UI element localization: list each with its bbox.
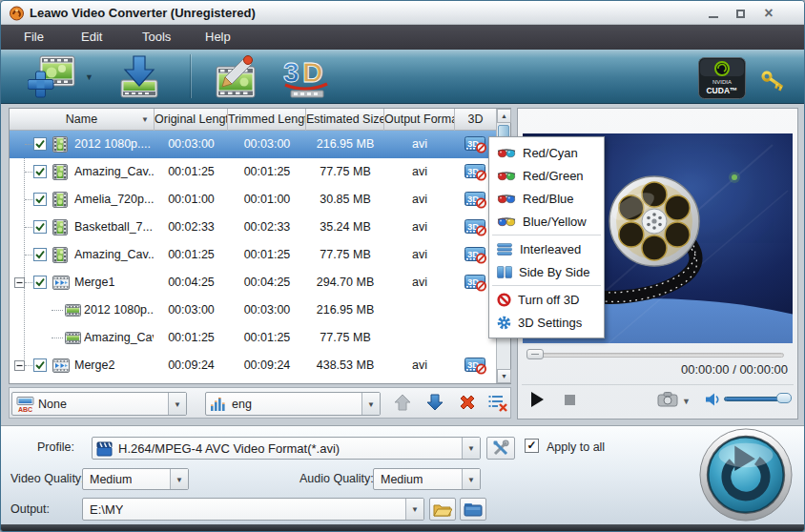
row-checkbox[interactable] <box>33 220 47 234</box>
audio-track-select[interactable]: eng ▼ <box>205 392 381 416</box>
remove-file-button[interactable] <box>456 392 479 415</box>
add-video-button[interactable]: ▼ <box>28 55 77 100</box>
table-row[interactable]: Amelia_720p... 00:01:00 00:01:00 30.85 M… <box>10 186 496 214</box>
subtitle-select-arrow[interactable]: ▼ <box>168 393 186 415</box>
add-video-dropdown-caret[interactable]: ▼ <box>85 72 93 82</box>
table-row[interactable]: Merge1 00:04:25 00:04:25 294.70 MB avi 3… <box>10 269 496 297</box>
download-video-button[interactable] <box>114 55 165 100</box>
playback-time: 00:00:00 / 00:00:00 <box>681 362 788 377</box>
collapse-toggle-icon[interactable] <box>14 360 25 371</box>
row-checkbox[interactable] <box>33 165 47 178</box>
scroll-up-button[interactable]: ▲ <box>497 109 511 123</box>
audio-track-select-arrow[interactable]: ▼ <box>361 393 380 415</box>
column-header-name[interactable]: Name▼ <box>10 109 155 131</box>
menu-tools[interactable]: Tools <box>134 25 178 50</box>
cell-output-format: avi <box>384 269 455 297</box>
profile-select-arrow[interactable]: ▼ <box>462 438 480 459</box>
volume-slider-thumb[interactable] <box>776 393 792 403</box>
seek-slider-thumb[interactable] <box>526 349 544 359</box>
3d-status-icon[interactable]: 3D <box>464 358 487 375</box>
video-quality-select[interactable]: Medium ▼ <box>82 468 189 490</box>
clear-list-button[interactable] <box>486 392 509 415</box>
close-button[interactable]: × <box>756 5 781 21</box>
snapshot-dropdown-caret[interactable]: ▼ <box>682 397 691 406</box>
table-row[interactable]: 2012 1080p.... 00:03:00 00:03:00 216.95 … <box>10 131 496 158</box>
video-quality-label: Video Quality: <box>10 472 85 485</box>
menu-file[interactable]: File <box>16 25 52 50</box>
snapshot-button[interactable] <box>657 391 678 407</box>
file-list-header: Name▼ Original Length Trimmed Length Est… <box>10 109 510 131</box>
collapse-toggle-icon[interactable] <box>14 277 25 288</box>
menu-item-3d-settings[interactable]: 3D Settings <box>489 311 604 334</box>
menu-item-red-green[interactable]: Red/Green <box>489 164 604 187</box>
title-bar: Leawo Video Converter (Unregistered) × <box>1 1 805 25</box>
register-key-button[interactable] <box>761 69 786 97</box>
3d-status-icon[interactable]: 3D <box>464 136 487 153</box>
column-header-3d[interactable]: 3D <box>455 109 496 131</box>
subtitle-select[interactable]: ABC None ▼ <box>11 392 187 416</box>
table-row[interactable]: Amazing_Cav... 00:01:25 00:01:25 77.75 M… <box>10 158 496 186</box>
apply-to-all-checkbox[interactable]: ✓ <box>525 439 539 453</box>
maximize-button[interactable] <box>728 5 753 21</box>
audio-track-select-value: eng <box>232 393 252 415</box>
seek-slider[interactable] <box>526 353 784 358</box>
menu-edit[interactable]: Edit <box>73 25 110 50</box>
3d-mode-button[interactable]: 3 D <box>279 55 335 100</box>
row-checkbox[interactable] <box>33 193 47 206</box>
profile-select[interactable]: H.264/MPEG-4 AVC Video Format(*.avi) ▼ <box>92 437 481 460</box>
profile-edit-button[interactable] <box>486 437 515 460</box>
edit-video-button[interactable] <box>211 55 262 100</box>
volume-icon[interactable] <box>705 392 721 407</box>
3d-status-icon[interactable]: 3D <box>464 219 487 236</box>
menu-item-red-blue[interactable]: Red/Blue <box>489 187 604 210</box>
row-checkbox[interactable] <box>33 358 47 372</box>
menu-item-blue-yellow[interactable]: Blue/Yellow <box>489 210 604 233</box>
row-checkbox[interactable] <box>33 248 47 261</box>
output-path-input[interactable]: E:\MY ▼ <box>82 498 424 521</box>
menu-help[interactable]: Help <box>197 25 238 50</box>
cell-name: Amazing_Cav... <box>10 324 155 352</box>
play-button[interactable] <box>531 392 544 407</box>
row-checkbox[interactable] <box>33 276 47 289</box>
3d-status-icon[interactable]: 3D <box>464 192 487 209</box>
column-header-trimmed-length[interactable]: Trimmed Length <box>228 109 306 131</box>
cell-output-format <box>384 297 455 324</box>
profile-format-icon <box>96 441 113 457</box>
column-header-output-format[interactable]: Output Format <box>384 109 455 131</box>
download-video-icon <box>114 55 165 100</box>
3d-glasses-icon <box>497 215 516 227</box>
output-path-arrow[interactable]: ▼ <box>405 499 423 520</box>
table-row[interactable]: Basketball_7... 00:02:33 00:02:33 35.24 … <box>10 214 496 241</box>
convert-button[interactable] <box>696 426 795 523</box>
scroll-down-button[interactable]: ▼ <box>497 369 511 383</box>
3d-status-icon[interactable]: 3D <box>464 247 487 264</box>
table-row[interactable]: Amazing_Cav... 00:01:25 00:01:25 77.75 M… <box>10 241 496 269</box>
3d-status-icon[interactable]: 3D <box>464 164 487 181</box>
browse-folder-button[interactable] <box>460 498 486 521</box>
menu-item-red-cyan[interactable]: Red/Cyan <box>489 141 604 164</box>
move-up-button[interactable] <box>391 392 414 415</box>
audio-quality-select[interactable]: Medium ▼ <box>373 468 481 490</box>
menu-item-side-by-side[interactable]: Side By Side <box>489 260 604 283</box>
profile-select-value: H.264/MPEG-4 AVC Video Format(*.avi) <box>118 438 340 459</box>
move-down-button[interactable] <box>423 392 446 415</box>
column-header-estimated-size[interactable]: Estimated Size <box>306 109 384 131</box>
column-header-original-length[interactable]: Original Length <box>155 109 228 131</box>
table-row[interactable]: Amazing_Cav... 00:01:25 00:01:25 77.75 M… <box>10 324 496 352</box>
3d-mode-icon: 3 D <box>279 55 335 100</box>
menu-bar: File Edit Tools Help <box>1 25 805 50</box>
menu-item-interleaved[interactable]: Interleaved <box>489 237 604 260</box>
video-quality-arrow[interactable]: ▼ <box>170 469 188 489</box>
sort-caret-icon[interactable]: ▼ <box>141 109 149 131</box>
open-folder-button[interactable] <box>429 498 456 521</box>
row-checkbox[interactable] <box>33 137 47 151</box>
table-row[interactable]: Merge2 00:09:24 00:09:24 438.53 MB avi 3… <box>10 352 496 379</box>
menu-item-turn-off-3d[interactable]: Turn off 3D <box>489 288 604 311</box>
profile-edit-tools-icon <box>492 440 509 457</box>
audio-quality-arrow[interactable]: ▼ <box>462 469 480 489</box>
table-row[interactable]: 2012 1080p.... 00:03:00 00:03:00 216.95 … <box>10 297 496 324</box>
stop-button[interactable] <box>565 395 575 405</box>
minimize-button[interactable] <box>701 5 726 21</box>
cell-original-length: 00:04:25 <box>155 269 228 297</box>
3d-status-icon[interactable]: 3D <box>464 275 487 292</box>
